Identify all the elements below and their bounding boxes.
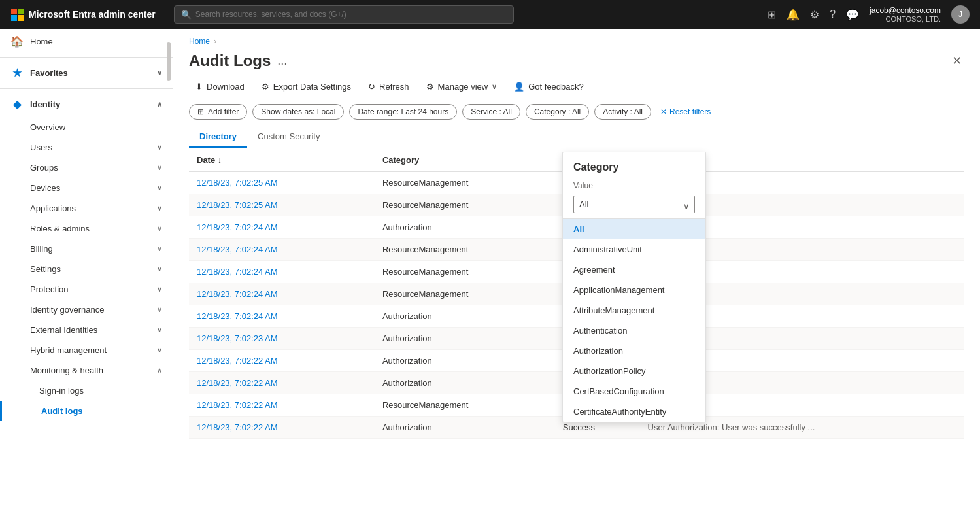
sidebar-item-identity-governance[interactable]: Identity governance ∨ <box>0 300 173 320</box>
tab-directory[interactable]: Directory <box>189 126 247 148</box>
hybrid-chevron-icon: ∨ <box>157 346 162 354</box>
close-button[interactable]: ✕ <box>949 51 964 71</box>
date-link[interactable]: 12/18/23, 7:02:22 AM <box>197 356 278 366</box>
entra-logo-icon <box>10 8 24 21</box>
sidebar-identity-label: Identity <box>30 99 150 109</box>
date-link[interactable]: 12/18/23, 7:02:24 AM <box>197 222 278 232</box>
dropdown-value-label: Value <box>563 179 705 193</box>
feedback-icon: 👤 <box>514 82 524 92</box>
date-link[interactable]: 12/18/23, 7:02:24 AM <box>197 311 278 321</box>
sidebar-item-monitoring-health[interactable]: Monitoring & health ∧ <box>0 360 173 381</box>
favorites-icon: ★ <box>10 67 24 79</box>
favorites-chevron-icon: ∨ <box>157 69 162 77</box>
col-category[interactable]: Category <box>375 148 555 172</box>
refresh-button[interactable]: ↻ Refresh <box>362 78 416 95</box>
cell-category: Authorization <box>375 216 555 239</box>
sidebar-item-overview[interactable]: Overview <box>0 117 173 137</box>
help-icon[interactable]: ? <box>830 9 836 20</box>
sidebar-item-settings[interactable]: Settings ∨ <box>0 259 173 279</box>
devices-chevron-icon: ∨ <box>157 184 162 192</box>
date-link[interactable]: 12/18/23, 7:02:24 AM <box>197 289 278 299</box>
tab-custom-security[interactable]: Custom Security <box>247 126 330 148</box>
user-email: jacob@contoso.com <box>870 6 941 15</box>
sidebar-applications-label: Applications <box>30 203 76 213</box>
sidebar-item-protection[interactable]: Protection ∨ <box>0 279 173 300</box>
sidebar-item-users[interactable]: Users ∨ <box>0 137 173 158</box>
filter-icon: ⊞ <box>197 107 204 116</box>
sidebar-item-roles-admins[interactable]: Roles & admins ∨ <box>0 218 173 239</box>
sidebar-item-identity[interactable]: ◆ Identity ∧ <box>0 92 173 117</box>
dropdown-list-item-authentication[interactable]: Authentication <box>563 320 705 341</box>
dropdown-title: Category <box>563 152 705 179</box>
dropdown-list-item-cert-based-configuration[interactable]: CertBasedConfiguration <box>563 381 705 402</box>
dropdown-list-item-authorization[interactable]: Authorization <box>563 341 705 361</box>
date-link[interactable]: 12/18/23, 7:02:25 AM <box>197 178 278 188</box>
gear-icon[interactable]: ⚙ <box>810 9 819 21</box>
dropdown-list-item-agreement[interactable]: Agreement <box>563 260 705 280</box>
more-options-button[interactable]: ... <box>277 54 287 68</box>
activity-filter[interactable]: Activity : All <box>594 104 651 120</box>
date-link[interactable]: 12/18/23, 7:02:22 AM <box>197 422 278 432</box>
breadcrumb-home-link[interactable]: Home <box>189 37 210 46</box>
cell-date: 12/18/23, 7:02:25 AM <box>189 194 375 216</box>
search-input[interactable] <box>195 10 507 19</box>
col-date[interactable]: Date ↓ <box>189 148 375 172</box>
date-link[interactable]: 12/18/23, 7:02:22 AM <box>197 400 278 410</box>
portal-icon[interactable]: ⊞ <box>768 9 776 21</box>
search-bar[interactable]: 🔍 <box>174 5 514 24</box>
dropdown-list-item-application-management[interactable]: ApplicationManagement <box>563 280 705 300</box>
cell-category: Authorization <box>375 305 555 328</box>
dropdown-list-item-administrative-unit[interactable]: AdministrativeUnit <box>563 239 705 260</box>
show-dates-filter[interactable]: Show dates as: Local <box>252 104 344 120</box>
sidebar-item-groups[interactable]: Groups ∨ <box>0 158 173 178</box>
dropdown-select[interactable]: All <box>573 196 695 213</box>
category-filter[interactable]: Category : All <box>526 104 589 120</box>
bell-icon[interactable]: 🔔 <box>786 9 800 21</box>
reset-filters-button[interactable]: ✕ Reset filters <box>656 105 715 119</box>
sidebar-item-home[interactable]: 🏠 Home <box>0 29 173 54</box>
sidebar-item-billing[interactable]: Billing ∨ <box>0 239 173 259</box>
avatar[interactable]: J <box>951 5 970 24</box>
manage-view-icon: ⚙ <box>426 82 434 92</box>
dropdown-list: AllAdministrativeUnitAgreementApplicatio… <box>563 218 705 422</box>
sidebar-item-devices[interactable]: Devices ∨ <box>0 178 173 198</box>
service-filter[interactable]: Service : All <box>462 104 520 120</box>
cell-date: 12/18/23, 7:02:24 AM <box>189 216 375 239</box>
date-link[interactable]: 12/18/23, 7:02:23 AM <box>197 334 278 343</box>
date-link[interactable]: 12/18/23, 7:02:25 AM <box>197 200 278 210</box>
svg-rect-0 <box>11 9 17 14</box>
sidebar-home-label: Home <box>30 37 162 46</box>
roles-chevron-icon: ∨ <box>157 224 162 233</box>
sidebar-item-applications[interactable]: Applications ∨ <box>0 198 173 218</box>
sidebar-audit-logs-label: Audit logs <box>41 406 83 416</box>
cell-category: Authorization <box>375 417 555 439</box>
date-link[interactable]: 12/18/23, 7:02:24 AM <box>197 245 278 254</box>
export-data-settings-button[interactable]: ⚙ Export Data Settings <box>255 78 358 95</box>
dropdown-list-item-all[interactable]: All <box>563 219 705 239</box>
dropdown-list-item-authorization-policy[interactable]: AuthorizationPolicy <box>563 361 705 381</box>
page-title: Audit Logs <box>189 52 271 70</box>
sidebar-item-sign-in-logs[interactable]: Sign-in logs <box>0 381 173 401</box>
download-button[interactable]: ⬇ Download <box>189 78 251 95</box>
manage-view-button[interactable]: ⚙ Manage view ∨ <box>420 78 504 95</box>
date-link[interactable]: 12/18/23, 7:02:24 AM <box>197 267 278 277</box>
date-link[interactable]: 12/18/23, 7:02:22 AM <box>197 378 278 388</box>
reset-icon: ✕ <box>660 107 667 116</box>
add-filter-button[interactable]: ⊞ Add filter <box>189 104 247 120</box>
cell-category: Authorization <box>375 350 555 372</box>
sidebar-favorites-label: Favorites <box>30 68 150 78</box>
sidebar-item-audit-logs[interactable]: Audit logs <box>0 401 173 421</box>
dropdown-list-item-attribute-management[interactable]: AttributeManagement <box>563 300 705 320</box>
dropdown-select-wrapper: All ∨ <box>563 193 705 218</box>
dropdown-list-item-certificate-authority-entity[interactable]: CertificateAuthorityEntity <box>563 402 705 422</box>
date-range-filter[interactable]: Date range: Last 24 hours <box>349 104 457 120</box>
svg-rect-3 <box>18 15 24 21</box>
sidebar-item-hybrid-management[interactable]: Hybrid management ∨ <box>0 340 173 360</box>
sidebar-item-favorites[interactable]: ★ Favorites ∨ <box>0 60 173 86</box>
feedback-button[interactable]: 👤 Got feedback? <box>507 78 590 95</box>
toolbar: ⬇ Download ⚙ Export Data Settings ↻ Refr… <box>173 78 980 101</box>
feedback-icon[interactable]: 💬 <box>846 9 859 21</box>
sidebar-item-external-identities[interactable]: External Identities ∨ <box>0 320 173 340</box>
page-header: Audit Logs ... ✕ <box>173 46 980 78</box>
category-dropdown-panel: Category Value All ∨ AllAdministrativeUn… <box>562 152 706 422</box>
